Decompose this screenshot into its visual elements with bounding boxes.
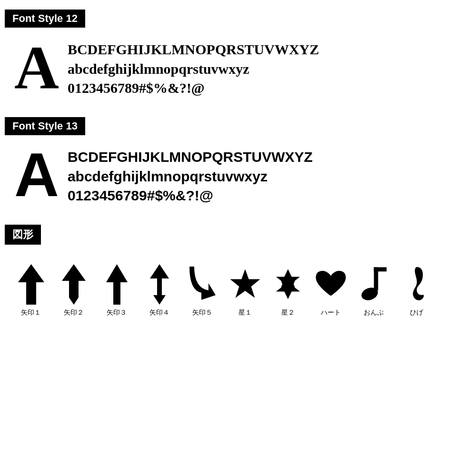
font-style-12-label: Font Style 12	[5, 10, 85, 28]
hoshi1-icon	[228, 263, 262, 306]
font-style-13-chars: BCDEFGHIJKLMNOPQRSTUVWXYZ abcdefghijklmn…	[68, 144, 313, 206]
svg-marker-4	[153, 289, 166, 305]
shape-onpu: おんぷ	[352, 263, 395, 317]
hoshi2-caption: 星２	[281, 308, 295, 317]
yajirushi5-icon	[186, 263, 219, 306]
font-style-12-big-letter: A	[14, 36, 59, 98]
shape-heart: ハート	[309, 263, 352, 317]
shape-yajirushi4: 矢印４	[138, 263, 181, 317]
svg-marker-2	[106, 264, 128, 305]
heart-icon	[314, 263, 347, 306]
heart-caption: ハート	[321, 308, 341, 317]
hige-caption: ひげ	[410, 308, 423, 317]
svg-marker-5	[230, 269, 260, 298]
shapes-section: 図形 矢印１ 矢印２	[5, 225, 471, 317]
font-style-13-label: Font Style 13	[5, 117, 85, 135]
font-style-12-display: A BCDEFGHIJKLMNOPQRSTUVWXYZ abcdefghijkl…	[5, 36, 471, 98]
hoshi2-icon	[271, 263, 305, 306]
font-style-12-chars: BCDEFGHIJKLMNOPQRSTUVWXYZ abcdefghijklmn…	[68, 36, 319, 98]
svg-rect-9	[374, 267, 387, 271]
shape-hige: ひげ	[395, 263, 438, 317]
yajirushi4-icon	[143, 263, 176, 306]
shape-yajirushi5: 矢印５	[181, 263, 224, 317]
hige-icon	[400, 263, 433, 306]
yajirushi3-icon	[100, 263, 133, 306]
yajirushi1-caption: 矢印１	[21, 308, 41, 317]
font-style-13-line-1: BCDEFGHIJKLMNOPQRSTUVWXYZ	[68, 148, 313, 167]
onpu-icon	[357, 263, 390, 306]
hoshi1-caption: 星１	[238, 308, 252, 317]
font-style-12-line-1: BCDEFGHIJKLMNOPQRSTUVWXYZ	[68, 40, 319, 60]
font-style-13-section: Font Style 13 A BCDEFGHIJKLMNOPQRSTUVWXY…	[5, 117, 471, 206]
yajirushi5-caption: 矢印５	[192, 308, 212, 317]
shapes-grid: 矢印１ 矢印２ 矢印３	[5, 263, 471, 317]
font-style-12-line-3: 0123456789#$%&?!@	[68, 79, 319, 98]
yajirushi2-caption: 矢印２	[64, 308, 84, 317]
page: Font Style 12 A BCDEFGHIJKLMNOPQRSTUVWXY…	[0, 0, 476, 327]
yajirushi4-caption: 矢印４	[149, 308, 169, 317]
font-style-12-line-2: abcdefghijklmnopqrstuvwxyz	[68, 60, 319, 79]
svg-marker-3	[150, 264, 169, 289]
shape-yajirushi1: 矢印１	[10, 263, 52, 317]
yajirushi2-icon	[57, 263, 90, 306]
yajirushi3-caption: 矢印３	[107, 308, 127, 317]
font-style-12-section: Font Style 12 A BCDEFGHIJKLMNOPQRSTUVWXY…	[5, 10, 471, 98]
shape-yajirushi3: 矢印３	[95, 263, 138, 317]
shape-hoshi1: 星１	[224, 263, 267, 317]
shape-yajirushi2: 矢印２	[52, 263, 95, 317]
onpu-caption: おんぷ	[364, 308, 384, 317]
yajirushi1-icon	[14, 263, 48, 306]
shape-hoshi2: 星２	[267, 263, 309, 317]
font-style-13-line-2: abcdefghijklmnopqrstuvwxyz	[68, 167, 313, 187]
shapes-label: 図形	[5, 225, 41, 245]
font-style-13-display: A BCDEFGHIJKLMNOPQRSTUVWXYZ abcdefghijkl…	[5, 144, 471, 206]
svg-marker-1	[62, 264, 86, 305]
svg-marker-0	[18, 264, 44, 305]
font-style-13-line-3: 0123456789#$%&?!@	[68, 186, 313, 206]
font-style-13-big-letter: A	[14, 144, 59, 206]
